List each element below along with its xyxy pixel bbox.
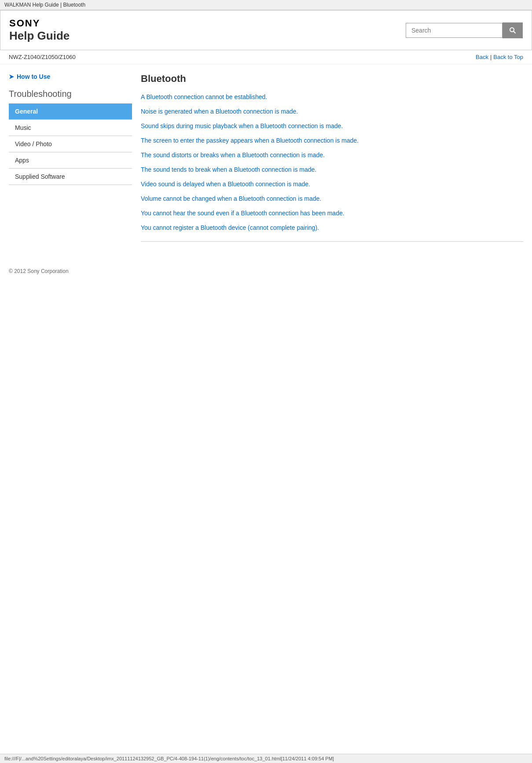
main-content: ➤ How to Use Troubleshooting General Mus… <box>0 64 532 259</box>
how-to-use-link[interactable]: How to Use <box>17 73 50 80</box>
nav-bar: NWZ-Z1040/Z1050/Z1060 Back | Back to Top <box>0 50 532 64</box>
nav-links: Back | Back to Top <box>476 54 523 60</box>
sidebar-item-apps-label: Apps <box>15 157 29 164</box>
nav-separator: | <box>490 54 492 60</box>
header: SONY Help Guide <box>0 10 532 50</box>
content-link-9[interactable]: You cannot hear the sound even if a Blue… <box>141 209 523 218</box>
browser-title-bar: WALKMAN Help Guide | Bluetooth <box>0 0 532 10</box>
header-left: SONY Help Guide <box>9 18 70 43</box>
content-link-1[interactable]: A Bluetooth connection cannot be establi… <box>141 92 523 102</box>
search-icon <box>509 27 516 34</box>
back-link[interactable]: Back <box>476 54 488 60</box>
sidebar-item-music-label: Music <box>15 124 31 131</box>
content-link-8[interactable]: Volume cannot be changed when a Bluetoot… <box>141 194 523 203</box>
search-input[interactable] <box>406 23 503 38</box>
sidebar: ➤ How to Use Troubleshooting General Mus… <box>9 73 132 251</box>
content-link-10[interactable]: You cannot register a Bluetooth device (… <box>141 223 523 232</box>
content-link-6[interactable]: The sound tends to break when a Bluetoot… <box>141 165 523 174</box>
content-link-7[interactable]: Video sound is delayed when a Bluetooth … <box>141 180 523 189</box>
content-link-3[interactable]: Sound skips during music playback when a… <box>141 122 523 131</box>
sidebar-item-video-photo[interactable]: Video / Photo <box>9 136 132 152</box>
troubleshooting-title: Troubleshooting <box>9 89 132 99</box>
copyright-text: © 2012 Sony Corporation <box>9 268 69 274</box>
sidebar-item-supplied-software-label: Supplied Software <box>15 173 65 180</box>
chevron-right-icon: ➤ <box>9 73 14 80</box>
back-to-top-link[interactable]: Back to Top <box>493 54 523 60</box>
sidebar-nav: General Music Video / Photo Apps Supplie… <box>9 103 132 185</box>
sidebar-item-video-photo-label: Video / Photo <box>15 140 52 147</box>
search-button[interactable] <box>503 22 523 38</box>
browser-title: WALKMAN Help Guide | Bluetooth <box>4 2 85 8</box>
content-link-5[interactable]: The sound distorts or breaks when a Blue… <box>141 151 523 160</box>
sidebar-item-apps[interactable]: Apps <box>9 152 132 169</box>
sidebar-item-general[interactable]: General <box>9 103 132 120</box>
sony-logo: SONY <box>9 18 70 29</box>
content-link-4[interactable]: The screen to enter the passkey appears … <box>141 136 523 145</box>
content-area: Bluetooth A Bluetooth connection cannot … <box>141 73 523 251</box>
page-title: Bluetooth <box>141 73 523 85</box>
search-area <box>406 22 523 38</box>
svg-line-1 <box>514 31 515 33</box>
footer: © 2012 Sony Corporation <box>0 259 532 283</box>
help-guide-title: Help Guide <box>9 29 70 43</box>
content-link-2[interactable]: Noise is generated when a Bluetooth conn… <box>141 107 523 116</box>
sidebar-item-general-label: General <box>15 108 38 115</box>
sidebar-item-supplied-software[interactable]: Supplied Software <box>9 169 132 185</box>
model-text: NWZ-Z1040/Z1050/Z1060 <box>9 54 76 60</box>
sidebar-item-music[interactable]: Music <box>9 120 132 136</box>
content-divider <box>141 241 523 242</box>
how-to-use-section: ➤ How to Use <box>9 73 132 80</box>
